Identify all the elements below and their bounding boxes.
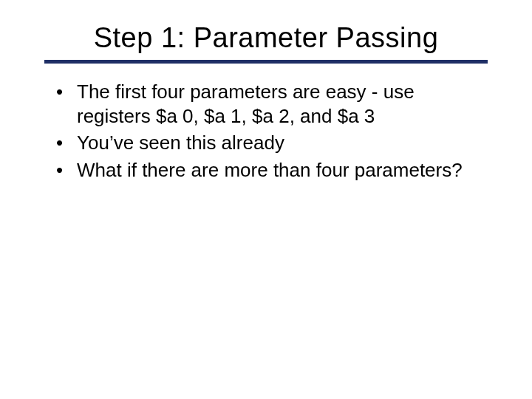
bullet-list: The first four parameters are easy - use… bbox=[52, 80, 488, 182]
slide: Step 1: Parameter Passing The first four… bbox=[0, 0, 532, 399]
bullet-item: You’ve seen this already bbox=[52, 131, 488, 155]
bullet-item: What if there are more than four paramet… bbox=[52, 158, 488, 183]
slide-title: Step 1: Parameter Passing bbox=[44, 22, 488, 54]
bullet-item: The first four parameters are easy - use… bbox=[52, 80, 488, 128]
title-underline bbox=[44, 60, 488, 64]
